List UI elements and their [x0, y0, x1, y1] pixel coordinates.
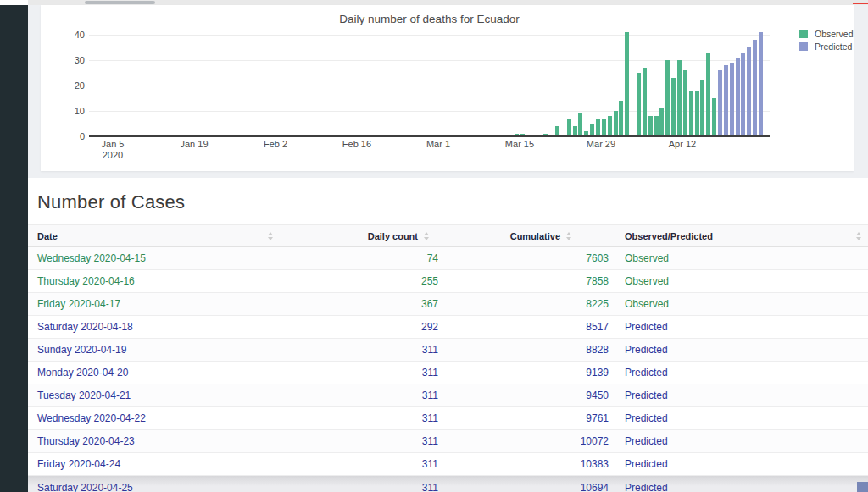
- bar-observed-2020-03-27[interactable]: [590, 124, 594, 136]
- cell-status: Predicted: [609, 321, 844, 333]
- legend-label: Observed: [815, 29, 854, 39]
- scrollbar-corner: [857, 482, 868, 492]
- bar-observed-2020-04-08[interactable]: [659, 108, 664, 136]
- column-header-daily-count[interactable]: Daily count: [273, 231, 438, 241]
- bar-predicted-2020-04-18[interactable]: [718, 70, 722, 136]
- cell-cumulative: 10694: [438, 482, 609, 492]
- cell-date-container: Friday 2020-04-24: [28, 458, 273, 470]
- bar-observed-2020-04-15[interactable]: [700, 80, 704, 136]
- cases-table-section: Number of Cases Date Daily count Cumulat…: [28, 178, 868, 492]
- table-row: Saturday 2020-04-2531110694Predicted: [28, 476, 868, 492]
- x-axis-tick-label: Mar 29: [571, 139, 631, 150]
- cell-date: Saturday 2020-04-18: [37, 321, 133, 333]
- cell-daily-count: 311: [273, 435, 438, 447]
- legend-item-observed[interactable]: Observed: [799, 27, 854, 40]
- cell-daily-count: 292: [273, 321, 438, 333]
- cell-date: Sunday 2020-04-19: [37, 344, 126, 356]
- sort-icon[interactable]: [566, 232, 571, 240]
- cell-date: Friday 2020-04-24: [37, 458, 120, 470]
- y-axis-tick-label: 40: [58, 30, 85, 40]
- cell-date-container: Monday 2020-04-20: [28, 367, 273, 379]
- x-axis-tick-label: Feb 2: [246, 139, 305, 150]
- cell-status: Predicted: [609, 458, 844, 470]
- chart-plot: [89, 30, 770, 136]
- cell-status: Predicted: [609, 344, 844, 356]
- cell-cumulative: 9450: [438, 390, 609, 401]
- cell-daily-count: 311: [273, 412, 438, 424]
- cell-cumulative: 7603: [438, 252, 609, 264]
- cell-date-container: Saturday 2020-04-18: [28, 321, 273, 333]
- x-axis-tick-label: Feb 16: [327, 139, 387, 150]
- cell-date: Wednesday 2020-04-15: [37, 252, 146, 264]
- table-row: Friday 2020-04-173678225Observed: [28, 293, 868, 316]
- collapsed-sidebar[interactable]: [0, 5, 28, 492]
- table-header-row: Date Daily count Cumulative Observed/Pre…: [28, 224, 868, 247]
- top-accent-line: [853, 3, 868, 4]
- cell-cumulative: 10072: [438, 435, 609, 447]
- cell-daily-count: 311: [273, 458, 438, 470]
- bar-observed-2020-04-12[interactable]: [683, 70, 687, 136]
- cell-date-container: Tuesday 2020-04-21: [28, 390, 273, 401]
- bar-observed-2020-04-14[interactable]: [695, 91, 699, 136]
- bar-observed-2020-03-25[interactable]: [578, 113, 582, 136]
- cell-date: Tuesday 2020-04-21: [37, 390, 131, 401]
- cell-date: Thursday 2020-04-23: [37, 435, 135, 447]
- cell-status: Predicted: [609, 390, 844, 401]
- cell-date-container: Wednesday 2020-04-22: [28, 412, 273, 424]
- bar-observed-2020-04-04[interactable]: [637, 73, 641, 136]
- cell-date: Friday 2020-04-17: [37, 298, 120, 310]
- bar-predicted-2020-04-20[interactable]: [730, 63, 734, 136]
- bar-observed-2020-04-10[interactable]: [671, 78, 676, 136]
- chart-title: Daily number of deaths for Ecuador: [89, 13, 770, 25]
- bar-observed-2020-04-09[interactable]: [665, 60, 670, 136]
- bar-observed-2020-04-17[interactable]: [712, 98, 716, 136]
- column-header-observed-predicted[interactable]: Observed/Predicted: [609, 231, 844, 241]
- bar-observed-2020-03-30[interactable]: [608, 116, 612, 136]
- bar-observed-2020-03-29[interactable]: [602, 119, 606, 136]
- cell-daily-count: 311: [273, 344, 438, 356]
- cell-date-container: Thursday 2020-04-16: [28, 275, 273, 287]
- cell-date-container: Friday 2020-04-17: [28, 298, 273, 310]
- column-header-cumulative[interactable]: Cumulative: [438, 231, 609, 241]
- bar-observed-2020-04-05[interactable]: [643, 68, 647, 136]
- cell-daily-count: 311: [273, 482, 438, 492]
- column-header-trailing[interactable]: [844, 232, 868, 240]
- bar-observed-2020-04-16[interactable]: [706, 53, 710, 136]
- bar-observed-2020-03-28[interactable]: [596, 119, 600, 136]
- x-axis-tick-label: Jan 52020: [83, 139, 142, 161]
- bar-observed-2020-03-23[interactable]: [567, 119, 571, 136]
- bar-predicted-2020-04-23[interactable]: [747, 47, 751, 136]
- table-row: Sunday 2020-04-193118828Predicted: [28, 339, 868, 362]
- horizontal-scrollbar-thumb[interactable]: [85, 1, 155, 4]
- bar-predicted-2020-04-19[interactable]: [724, 65, 728, 136]
- column-header-date[interactable]: Date: [28, 231, 273, 241]
- bar-observed-2020-04-06[interactable]: [648, 116, 653, 136]
- cell-daily-count: 311: [273, 367, 438, 379]
- bar-observed-2020-04-07[interactable]: [654, 116, 659, 136]
- cell-date: Monday 2020-04-20: [37, 367, 128, 379]
- sort-icon[interactable]: [424, 232, 429, 240]
- bar-observed-2020-04-11[interactable]: [677, 60, 682, 136]
- cell-daily-count: 74: [273, 252, 438, 264]
- cell-cumulative: 8225: [438, 298, 609, 310]
- bar-predicted-2020-04-22[interactable]: [741, 53, 745, 136]
- bar-predicted-2020-04-21[interactable]: [736, 58, 740, 136]
- section-title: Number of Cases: [37, 191, 185, 213]
- cell-status: Observed: [609, 275, 844, 287]
- bar-predicted-2020-04-25[interactable]: [759, 32, 763, 136]
- cell-cumulative: 9139: [438, 367, 609, 379]
- cell-status: Observed: [609, 252, 844, 264]
- bar-observed-2020-04-02[interactable]: [625, 32, 629, 136]
- column-header-observed-predicted-label: Observed/Predicted: [625, 231, 713, 241]
- legend-item-predicted[interactable]: Predicted: [799, 40, 854, 53]
- table-row: Wednesday 2020-04-15747603Observed: [28, 247, 868, 270]
- bar-predicted-2020-04-24[interactable]: [753, 40, 757, 136]
- bar-observed-2020-04-13[interactable]: [689, 91, 693, 136]
- table-row: Thursday 2020-04-162557858Observed: [28, 270, 868, 293]
- sort-icon[interactable]: [856, 232, 861, 240]
- bar-observed-2020-03-31[interactable]: [614, 111, 618, 136]
- chart-card: Daily number of deaths for Ecuador Obser…: [41, 5, 854, 171]
- cell-date: Wednesday 2020-04-22: [37, 412, 146, 424]
- bar-observed-2020-04-01[interactable]: [619, 101, 623, 136]
- table-row: Monday 2020-04-203119139Predicted: [28, 362, 868, 384]
